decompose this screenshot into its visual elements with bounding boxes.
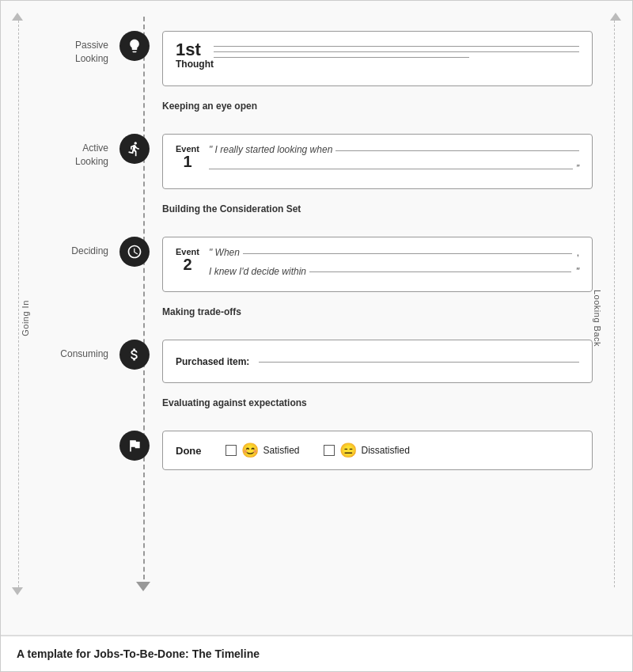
event2-row: Deciding Event 2 " When bbox=[1, 222, 632, 306]
footer-text: A template for Jobs-To-Be-Done: The Time… bbox=[17, 647, 260, 660]
dissatisfied-label: Dissatisfied bbox=[362, 445, 410, 456]
section-done: Done 😊 Satisfied 😑 Dissatisfied bbox=[1, 416, 632, 484]
center-timeline-arrow bbox=[136, 582, 150, 591]
deciding-description-row: Making trade-offs bbox=[1, 306, 632, 325]
purchase-content: Purchased item: bbox=[176, 356, 579, 367]
section-purchase: Consuming Purchased item: Evaluating aga… bbox=[1, 325, 632, 416]
thought-line-1 bbox=[214, 46, 579, 47]
satisfied-option: 😊 Satisfied bbox=[226, 442, 300, 459]
event1-box: Event 1 " I really started looking when … bbox=[162, 134, 593, 189]
event2-text: " When , I knew I'd decide within " bbox=[209, 247, 579, 277]
event2-within-input bbox=[309, 271, 571, 272]
running-icon bbox=[119, 134, 150, 164]
first-thought-number-label: 1st Thought bbox=[176, 41, 214, 70]
event2-when-line: " When , bbox=[209, 247, 579, 258]
event2-label-block: Event 2 bbox=[176, 247, 199, 272]
first-thought-row: PassiveLooking 1st Thought bbox=[1, 17, 632, 101]
event2-content: Event 2 " When , I knew I'd decide withi… bbox=[176, 247, 579, 277]
content-area: Going In Looking Back PassiveLooking 1st bbox=[1, 1, 632, 635]
phase-done bbox=[32, 431, 119, 439]
phase-active: ActiveLooking bbox=[32, 134, 119, 169]
event1-content: Event 1 " I really started looking when … bbox=[176, 144, 579, 174]
active-description-row: Building the Consideration Set bbox=[1, 203, 632, 222]
consuming-description: Evaluating against expectations bbox=[162, 397, 307, 408]
purchase-box: Purchased item: bbox=[162, 340, 593, 383]
dissatisfied-checkbox[interactable] bbox=[324, 445, 335, 456]
satisfied-emoji: 😊 bbox=[241, 442, 259, 459]
main-container: Going In Looking Back PassiveLooking 1st bbox=[0, 0, 633, 672]
event1-text: " I really started looking when ” bbox=[209, 144, 579, 174]
section-first-thought: PassiveLooking 1st Thought bbox=[1, 17, 632, 120]
satisfied-checkbox[interactable] bbox=[226, 445, 237, 456]
thought-line-3 bbox=[214, 57, 469, 58]
purchase-input-line bbox=[259, 362, 579, 363]
passive-description-row: Keeping an eye open bbox=[1, 101, 632, 120]
deciding-description: Making trade-offs bbox=[162, 306, 241, 317]
clock-icon bbox=[119, 237, 150, 267]
event1-row: ActiveLooking Event 1 " I rea bbox=[1, 120, 632, 203]
section-event2: Deciding Event 2 " When bbox=[1, 222, 632, 325]
done-box: Done 😊 Satisfied 😑 Dissatisfied bbox=[162, 431, 593, 470]
event1-quote-line2: ” bbox=[209, 163, 579, 174]
first-thought-content: 1st Thought bbox=[176, 41, 579, 70]
footer: A template for Jobs-To-Be-Done: The Time… bbox=[1, 635, 632, 671]
event1-label-block: Event 1 bbox=[176, 144, 199, 169]
done-row: Done 😊 Satisfied 😑 Dissatisfied bbox=[1, 416, 632, 484]
left-arrow-bottom bbox=[12, 587, 23, 595]
phase-passive: PassiveLooking bbox=[32, 31, 119, 66]
active-description: Building the Consideration Set bbox=[162, 203, 301, 215]
dissatisfied-emoji: 😑 bbox=[339, 442, 357, 459]
satisfied-label: Satisfied bbox=[263, 445, 300, 456]
done-content: Done 😊 Satisfied 😑 Dissatisfied bbox=[176, 442, 410, 459]
section-event1: ActiveLooking Event 1 " I rea bbox=[1, 120, 632, 222]
event2-within-line: I knew I'd decide within " bbox=[209, 266, 579, 277]
dollar-icon bbox=[119, 340, 150, 370]
first-thought-input-lines bbox=[214, 41, 579, 63]
dissatisfied-option: 😑 Dissatisfied bbox=[324, 442, 410, 459]
purchase-row: Consuming Purchased item: bbox=[1, 325, 632, 397]
event1-input-line2 bbox=[209, 169, 573, 169]
consuming-description-row: Evaluating against expectations bbox=[1, 397, 632, 416]
first-thought-box: 1st Thought bbox=[162, 31, 593, 86]
lightbulb-icon bbox=[119, 31, 150, 61]
phase-consuming: Consuming bbox=[32, 340, 119, 361]
event2-box: Event 2 " When , I knew I'd decide withi… bbox=[162, 237, 593, 292]
flag-icon bbox=[119, 431, 150, 461]
event1-quote-line: " I really started looking when bbox=[209, 144, 579, 155]
passive-description: Keeping an eye open bbox=[162, 101, 257, 112]
event2-when-input bbox=[243, 253, 572, 254]
phase-deciding: Deciding bbox=[32, 237, 119, 258]
thought-line-2 bbox=[214, 51, 579, 52]
event1-input-line1 bbox=[335, 150, 579, 151]
